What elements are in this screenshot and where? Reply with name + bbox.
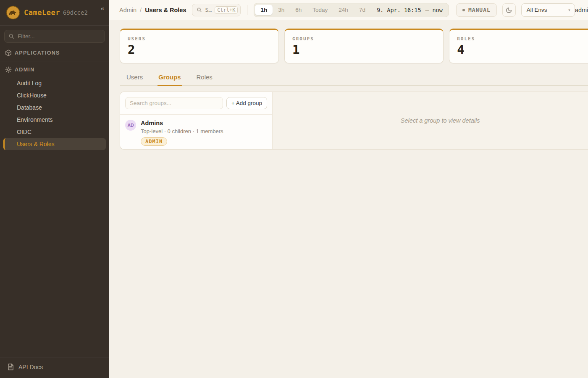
sidebar-filter <box>4 30 105 43</box>
breadcrumb-separator: / <box>140 7 142 13</box>
page-content: USERS 2 GROUPS 1 ROLES 4 Users Groups Ro… <box>109 20 588 158</box>
admin-nav: Audit Log ClickHouse Database Environmen… <box>0 77 109 150</box>
search-shortcut-kbd: Ctrl+K <box>215 6 238 14</box>
sidebar: CameLeer 69dcce2 « APPLICATIONS ADMIN Au… <box>0 0 109 378</box>
group-avatar: AD <box>125 120 136 131</box>
sidebar-filter-input[interactable] <box>4 30 105 43</box>
username-label: admin <box>575 7 588 13</box>
topbar-divider <box>247 5 247 15</box>
applications-label: APPLICATIONS <box>15 50 60 56</box>
gear-icon <box>5 66 12 73</box>
package-icon <box>5 50 12 56</box>
stat-label: ROLES <box>457 36 588 42</box>
environment-select[interactable]: All Envs ▾ <box>521 3 575 17</box>
stat-card-groups: GROUPS 1 <box>284 29 444 63</box>
stat-card-roles: ROLES 4 <box>449 29 588 63</box>
sidebar-item-environments[interactable]: Environments <box>3 114 106 126</box>
sidebar-section-applications[interactable]: APPLICATIONS <box>0 45 109 60</box>
breadcrumb-admin[interactable]: Admin <box>119 7 136 13</box>
cameleer-logo-icon <box>6 5 20 20</box>
stat-value: 1 <box>292 44 436 56</box>
stat-label: USERS <box>128 36 271 42</box>
stat-cards: USERS 2 GROUPS 1 ROLES 4 <box>120 29 588 63</box>
breadcrumb-current: Users & Roles <box>145 7 186 13</box>
api-docs-link[interactable]: API Docs <box>0 357 109 378</box>
app-title: CameLeer <box>24 8 60 17</box>
time-range-3h[interactable]: 3h <box>273 5 290 15</box>
add-group-button[interactable]: + Add group <box>226 97 267 109</box>
time-range-picker: 1h 3h 6h Today 24h 7d 9. Apr. 16:15 – no… <box>254 3 449 17</box>
time-to-value[interactable]: now <box>430 7 447 13</box>
group-role-badge: ADMIN <box>141 137 167 146</box>
group-meta: Top-level · 0 children · 1 members <box>141 128 223 134</box>
sidebar-item-clickhouse[interactable]: ClickHouse <box>3 89 106 101</box>
refresh-mode-label: MANUAL <box>468 7 491 13</box>
main-area: Admin / Users & Roles S… Ctrl+K 1h 3h 6h… <box>109 0 588 378</box>
api-docs-label: API Docs <box>18 364 43 370</box>
tab-roles[interactable]: Roles <box>197 74 213 85</box>
group-search-input[interactable] <box>125 97 223 109</box>
sidebar-header: CameLeer 69dcce2 « <box>0 0 109 26</box>
group-list-item[interactable]: AD Admins Top-level · 0 children · 1 mem… <box>120 115 272 150</box>
groups-toolbar: + Add group <box>120 92 272 114</box>
sidebar-item-users-roles[interactable]: Users & Roles <box>3 138 106 150</box>
chevron-down-icon: ▾ <box>568 8 570 12</box>
sidebar-item-oidc[interactable]: OIDC <box>3 126 106 138</box>
search-placeholder-text: S… <box>205 7 212 13</box>
time-range-today[interactable]: Today <box>307 5 333 15</box>
sidebar-item-audit-log[interactable]: Audit Log <box>3 77 106 89</box>
stat-label: GROUPS <box>292 36 436 42</box>
group-info: Admins Top-level · 0 children · 1 member… <box>141 120 223 146</box>
sidebar-item-database[interactable]: Database <box>3 102 106 113</box>
time-range-separator: – <box>424 6 431 14</box>
search-icon <box>197 7 202 13</box>
search-icon <box>8 33 14 39</box>
tab-groups[interactable]: Groups <box>158 74 181 85</box>
sidebar-collapse-icon[interactable]: « <box>101 5 104 11</box>
groups-panel: + Add group AD Admins Top-level · 0 chil… <box>120 92 588 150</box>
time-range-7d[interactable]: 7d <box>354 5 371 15</box>
app-version: 69dcce2 <box>63 9 88 16</box>
global-search-button[interactable]: S… Ctrl+K <box>192 4 241 16</box>
sidebar-section-admin[interactable]: ADMIN <box>0 62 109 77</box>
document-icon <box>8 363 14 370</box>
admin-label: ADMIN <box>15 67 34 73</box>
breadcrumb: Admin / Users & Roles <box>119 7 186 13</box>
group-name: Admins <box>141 120 223 126</box>
groups-list-pane: + Add group AD Admins Top-level · 0 chil… <box>120 92 273 149</box>
stat-value: 4 <box>457 44 588 56</box>
tab-bar: Users Groups Roles <box>120 74 588 86</box>
time-range-1h[interactable]: 1h <box>255 5 273 15</box>
stat-card-users: USERS 2 <box>120 29 279 63</box>
environment-selected-value: All Envs <box>527 7 547 13</box>
sidebar-divider <box>0 61 109 61</box>
user-cluster: admin AD <box>575 4 588 16</box>
status-dot <box>462 9 465 11</box>
stat-value: 2 <box>128 44 271 56</box>
empty-state-text: Select a group to view details <box>401 117 480 124</box>
moon-icon <box>506 7 512 13</box>
topbar: Admin / Users & Roles S… Ctrl+K 1h 3h 6h… <box>109 0 588 20</box>
group-details-pane: Select a group to view details <box>273 92 588 149</box>
time-range-24h[interactable]: 24h <box>333 5 354 15</box>
time-range-6h[interactable]: 6h <box>290 5 307 15</box>
theme-toggle-button[interactable] <box>502 3 516 17</box>
refresh-mode-button[interactable]: MANUAL <box>456 3 497 17</box>
tab-users[interactable]: Users <box>126 74 143 85</box>
time-from-value[interactable]: 9. Apr. 16:15 <box>371 7 424 13</box>
